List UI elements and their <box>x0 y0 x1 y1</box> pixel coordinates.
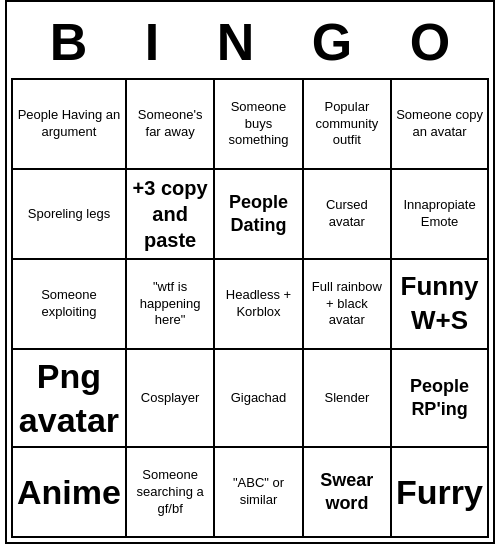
bingo-cell-23: Swear word <box>304 448 392 538</box>
bingo-cell-0: People Having an argument <box>13 80 127 170</box>
bingo-cell-4: Someone copy an avatar <box>392 80 489 170</box>
bingo-cell-20: Anime <box>13 448 127 538</box>
bingo-cell-12: Headless + Korblox <box>215 260 303 350</box>
bingo-cell-22: "ABC" or similar <box>215 448 303 538</box>
bingo-cell-18: Slender <box>304 350 392 448</box>
bingo-cell-10: Someone exploiting <box>13 260 127 350</box>
bingo-cell-2: Someone buys something <box>215 80 303 170</box>
bingo-cell-17: Gigachad <box>215 350 303 448</box>
bingo-grid: People Having an argumentSomeone's far a… <box>11 78 489 538</box>
bingo-cell-11: "wtf is happening here" <box>127 260 215 350</box>
bingo-cell-19: People RP'ing <box>392 350 489 448</box>
bingo-cell-24: Furry <box>392 448 489 538</box>
bingo-letter: O <box>410 12 450 72</box>
bingo-cell-1: Someone's far away <box>127 80 215 170</box>
bingo-cell-7: People Dating <box>215 170 303 260</box>
bingo-card: BINGO People Having an argumentSomeone's… <box>5 0 495 544</box>
bingo-letter: G <box>312 12 352 72</box>
bingo-cell-8: Cursed avatar <box>304 170 392 260</box>
bingo-cell-5: Sporeling legs <box>13 170 127 260</box>
bingo-letter: I <box>145 12 159 72</box>
bingo-cell-6: +3 copy and paste <box>127 170 215 260</box>
bingo-cell-3: Popular community outfit <box>304 80 392 170</box>
bingo-cell-21: Someone searching a gf/bf <box>127 448 215 538</box>
bingo-letter: B <box>50 12 88 72</box>
bingo-cell-13: Full rainbow + black avatar <box>304 260 392 350</box>
bingo-cell-14: Funny W+S <box>392 260 489 350</box>
bingo-cell-16: Cosplayer <box>127 350 215 448</box>
bingo-title: BINGO <box>11 6 489 78</box>
bingo-cell-9: Innapropiate Emote <box>392 170 489 260</box>
bingo-cell-15: Png avatar <box>13 350 127 448</box>
bingo-letter: N <box>217 12 255 72</box>
